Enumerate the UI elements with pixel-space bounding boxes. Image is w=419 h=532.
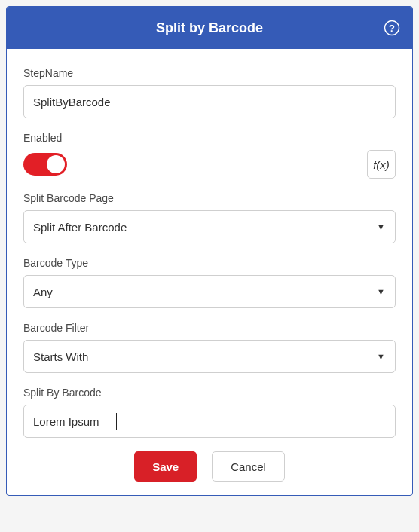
barcode-type-select[interactable]: Any [23,275,396,308]
field-enabled: Enabled f(x) [23,132,396,179]
help-icon[interactable]: ? [384,20,400,36]
barcode-filter-label: Barcode Filter [23,322,396,334]
dialog-panel: Split by Barcode ? StepName Enabled f(x) [6,6,413,496]
stepname-input[interactable] [23,85,396,118]
dialog-body: StepName Enabled f(x) Split Barcode Page… [7,49,412,495]
text-cursor [116,413,117,430]
barcode-type-label: Barcode Type [23,257,396,269]
stepname-label: StepName [23,67,396,79]
split-by-barcode-input[interactable] [23,405,396,438]
cancel-button[interactable]: Cancel [212,451,285,482]
field-barcode-filter: Barcode Filter Starts With ▼ [23,322,396,373]
save-button[interactable]: Save [134,451,197,482]
split-barcode-page-select[interactable]: Split After Barcode [23,210,396,243]
field-split-barcode-page: Split Barcode Page Split After Barcode ▼ [23,192,396,243]
barcode-filter-select[interactable]: Starts With [23,340,396,373]
enabled-toggle[interactable] [23,153,67,176]
fx-icon: f(x) [373,158,390,171]
dialog-title: Split by Barcode [156,20,263,36]
action-row: Save Cancel [23,451,396,482]
dialog-header: Split by Barcode ? [7,7,412,49]
enabled-label: Enabled [23,132,396,144]
fx-button[interactable]: f(x) [367,150,396,179]
split-by-barcode-label: Split By Barcode [23,387,396,399]
toggle-knob [47,155,65,173]
field-split-by-barcode: Split By Barcode [23,387,396,438]
svg-text:?: ? [389,23,395,34]
split-barcode-page-label: Split Barcode Page [23,192,396,204]
field-barcode-type: Barcode Type Any ▼ [23,257,396,308]
connector-indicator [203,6,216,7]
field-stepname: StepName [23,67,396,118]
